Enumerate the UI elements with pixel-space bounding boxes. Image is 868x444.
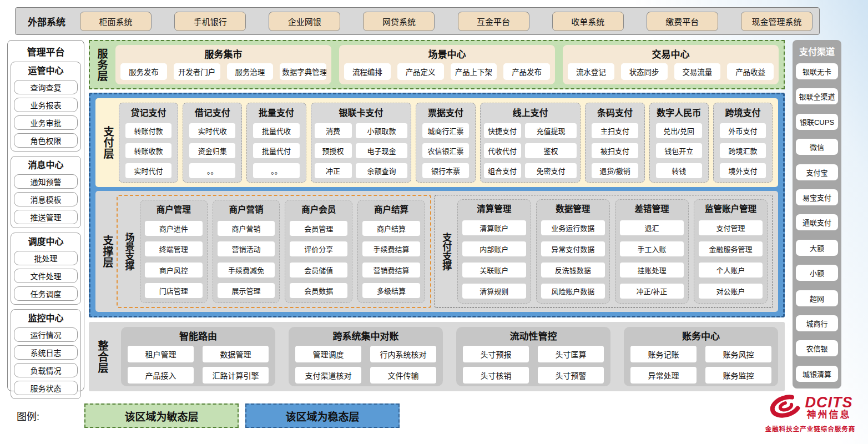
external-system-button[interactable]: 缴费平台 (647, 12, 718, 31)
payment-item-button[interactable]: 退货/撤销 (592, 163, 638, 178)
payment-item-button[interactable]: 钱包开立 (656, 143, 702, 158)
management-item-button[interactable]: 负载情况 (14, 363, 78, 377)
payment-item-button[interactable]: 跨境汇款 (720, 143, 766, 158)
support-item-button[interactable]: 商户结算 (362, 221, 420, 236)
support-item-button[interactable]: 风险账户数据 (541, 284, 605, 299)
support-item-button[interactable]: 反洗钱数据 (541, 263, 605, 278)
payment-channel-button[interactable]: 通联支付 (796, 214, 838, 230)
support-item-button[interactable]: 个人账户 (699, 263, 763, 278)
payment-channel-button[interactable]: 支付宝 (796, 164, 838, 180)
payment-item-button[interactable]: 境外支付 (720, 163, 766, 178)
payment-item-button[interactable]: 主扫支付 (592, 123, 638, 138)
integration-item-button[interactable]: 数据管理 (203, 346, 269, 362)
integration-item-button[interactable]: 头寸预报 (463, 346, 529, 362)
payment-item-button[interactable]: 外币支付 (720, 123, 766, 138)
service-item-button[interactable]: 状态同步 (621, 63, 668, 80)
service-item-button[interactable]: 产品收益 (727, 63, 774, 80)
support-item-button[interactable]: 评价分享 (290, 241, 347, 256)
management-item-button[interactable]: 查询查复 (14, 80, 78, 94)
integration-item-button[interactable]: 产品接入 (128, 367, 194, 384)
support-item-button[interactable]: 手工入账 (620, 241, 684, 256)
payment-item-button[interactable]: 兑出/兑回 (656, 123, 702, 138)
payment-item-button[interactable]: 转账收款 (125, 143, 171, 158)
external-system-button[interactable]: 现金管理系统 (741, 12, 813, 31)
integration-item-button[interactable]: 账务记账 (630, 346, 697, 362)
support-item-button[interactable]: 支付管理 (699, 220, 763, 235)
support-item-button[interactable]: 会员管理 (290, 221, 347, 236)
payment-channel-button[interactable]: 微信 (796, 139, 838, 155)
support-item-button[interactable]: 多级结算 (362, 283, 420, 298)
payment-channel-button[interactable]: 银联无卡 (796, 63, 838, 79)
support-item-button[interactable]: 挂账处理 (620, 263, 684, 278)
payment-channel-button[interactable]: 城商行 (796, 315, 838, 331)
payment-item-button[interactable]: 城商行汇票 (422, 123, 468, 138)
support-item-button[interactable]: 展示管理 (218, 283, 275, 298)
support-item-button[interactable]: 冲正/补正 (620, 284, 684, 299)
payment-item-button[interactable]: 转账付款 (125, 123, 171, 138)
integration-item-button[interactable]: 汇路计算引擎 (203, 367, 269, 384)
payment-item-button[interactable]: 转钱 (656, 163, 702, 178)
management-item-button[interactable]: 角色权限 (14, 133, 78, 148)
integration-item-button[interactable]: 行内系统核对 (370, 346, 436, 362)
service-item-button[interactable]: 服务治理 (227, 63, 274, 80)
service-item-button[interactable]: 产品上下架 (451, 63, 497, 80)
payment-item-button[interactable]: 小额取款 (356, 123, 408, 138)
payment-item-button[interactable]: 。。 (253, 163, 299, 178)
payment-item-button[interactable]: 银行本票 (422, 163, 468, 178)
service-item-button[interactable]: 流程编排 (344, 63, 391, 80)
integration-item-button[interactable]: 头寸核销 (463, 367, 529, 384)
service-item-button[interactable]: 交易流量 (674, 63, 721, 80)
management-item-button[interactable]: 业务审批 (14, 115, 78, 130)
payment-item-button[interactable]: 电子现金 (356, 143, 408, 158)
payment-item-button[interactable]: 资金归集 (189, 143, 235, 158)
support-item-button[interactable]: 异常支付数据 (541, 241, 605, 256)
external-system-button[interactable]: 互金平台 (458, 12, 529, 31)
support-item-button[interactable]: 清算账户 (462, 220, 526, 235)
service-item-button[interactable]: 产品发布 (503, 63, 550, 80)
payment-item-button[interactable]: 余额查询 (356, 163, 408, 178)
support-item-button[interactable]: 清算规则 (462, 284, 526, 299)
external-system-button[interactable]: 收单系统 (552, 12, 624, 31)
support-item-button[interactable]: 终端管理 (145, 241, 203, 256)
management-item-button[interactable]: 任务调度 (14, 286, 78, 301)
payment-item-button[interactable]: 冲正 (315, 163, 352, 178)
external-system-button[interactable]: 柜面系统 (80, 12, 152, 31)
management-item-button[interactable]: 服务状态 (14, 381, 78, 395)
management-item-button[interactable]: 文件处理 (14, 269, 78, 283)
management-item-button[interactable]: 通知预警 (14, 174, 78, 189)
service-item-button[interactable]: 服务发布 (120, 63, 167, 80)
integration-item-button[interactable]: 租户管理 (128, 346, 194, 362)
support-item-button[interactable]: 营销费结算 (362, 263, 420, 278)
integration-item-button[interactable]: 管理调度 (295, 346, 361, 362)
payment-item-button[interactable]: 消费 (315, 123, 352, 138)
payment-item-button[interactable]: 充值提现 (525, 123, 577, 138)
support-item-button[interactable]: 商户风控 (145, 263, 203, 278)
support-item-button[interactable]: 对公账户 (699, 284, 763, 299)
payment-item-button[interactable]: 批量代付 (253, 143, 299, 158)
payment-item-button[interactable]: 免密支付 (525, 163, 577, 178)
management-item-button[interactable]: 推送管理 (14, 210, 78, 224)
service-item-button[interactable]: 数据字典管理 (280, 63, 326, 80)
payment-item-button[interactable]: 被扫支付 (592, 143, 638, 158)
payment-item-button[interactable]: 组合支付 (484, 163, 521, 178)
management-item-button[interactable]: 消息模板 (14, 192, 78, 206)
payment-item-button[interactable]: 实时代付 (125, 163, 171, 178)
payment-item-button[interactable]: 。。 (189, 163, 235, 178)
service-item-button[interactable]: 流水登记 (568, 63, 614, 80)
payment-channel-button[interactable]: 小额 (796, 265, 838, 281)
payment-channel-button[interactable]: 大额 (796, 240, 838, 256)
support-item-button[interactable]: 商户进件 (145, 221, 203, 236)
service-item-button[interactable]: 开发者门户 (174, 63, 220, 80)
payment-channel-button[interactable]: 城银清算 (796, 366, 838, 382)
payment-channel-button[interactable]: 易宝支付 (796, 189, 838, 205)
support-item-button[interactable]: 业务运行数据 (541, 220, 605, 235)
support-item-button[interactable]: 会员数据 (290, 283, 347, 298)
management-item-button[interactable]: 批处理 (14, 251, 78, 265)
support-item-button[interactable]: 手续费减免 (218, 263, 275, 278)
support-item-button[interactable]: 商户营销 (218, 221, 275, 236)
support-item-button[interactable]: 营销活动 (218, 241, 275, 256)
integration-item-button[interactable]: 文件传输 (370, 367, 436, 384)
external-system-button[interactable]: 手机银行 (174, 12, 246, 31)
integration-item-button[interactable]: 账务监控 (705, 367, 771, 384)
support-item-button[interactable]: 手续费结算 (362, 241, 420, 256)
